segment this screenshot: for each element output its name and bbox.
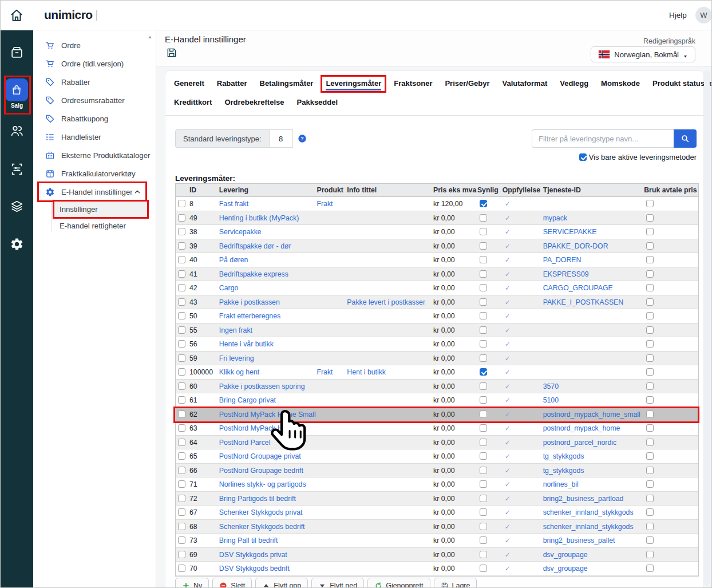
cell-levering-link[interactable]: Bedriftspakke dør - dør — [219, 242, 291, 250]
synlig-checkbox[interactable] — [480, 256, 487, 263]
row-checkbox[interactable] — [178, 200, 185, 207]
cell-tjeneste-id-link[interactable]: postnord_parcel_nordic — [543, 439, 617, 447]
menu-item[interactable]: Ordre (tidl.versjon) — [33, 54, 156, 73]
cell-info-tittel-link[interactable]: Hent i butikk — [347, 368, 386, 376]
search-button[interactable] — [674, 129, 697, 148]
cell-tjeneste-id-link[interactable]: SERVICEPAKKE — [543, 228, 597, 236]
avtale-pris-checkbox[interactable] — [646, 326, 654, 334]
avtale-pris-checkbox[interactable] — [646, 200, 654, 207]
cell-levering-link[interactable]: Hente i vår butikk — [219, 340, 274, 348]
table-row[interactable]: 38Servicepakkekr 0,00✓SERVICEPAKKE — [176, 225, 698, 239]
synlig-checkbox[interactable] — [480, 326, 487, 334]
synlig-checkbox[interactable] — [480, 480, 487, 488]
row-checkbox[interactable] — [178, 495, 185, 502]
cell-levering-link[interactable]: PostNord Groupage privat — [219, 452, 301, 460]
settings-gear-icon[interactable] — [10, 237, 24, 251]
cell-levering-link[interactable]: PostNord MyPack Home — [219, 424, 296, 432]
cell-tjeneste-id-link[interactable]: 3570 — [543, 382, 559, 390]
help-question-icon[interactable] — [298, 134, 307, 143]
cell-tjeneste-id-link[interactable]: 5100 — [543, 396, 559, 404]
cell-levering-link[interactable]: Schenker Stykkgods privat — [219, 508, 303, 516]
row-checkbox[interactable] — [178, 396, 185, 404]
tab[interactable]: Momskode — [601, 79, 640, 90]
tab[interactable]: Generelt — [174, 79, 204, 90]
tab[interactable]: Produkt status tekster — [652, 79, 712, 90]
cell-levering-link[interactable]: Schenker Stykkgods bedrift — [219, 523, 305, 531]
cell-info-tittel-link[interactable]: Pakke levert i postkassen — [347, 298, 425, 306]
synlig-checkbox[interactable] — [480, 298, 487, 306]
cell-produkt-link[interactable]: Frakt — [317, 368, 333, 376]
row-checkbox[interactable] — [178, 298, 185, 306]
cell-levering-link[interactable]: Cargo — [219, 284, 239, 292]
row-checkbox[interactable] — [178, 467, 185, 474]
row-checkbox[interactable] — [178, 242, 185, 250]
avtale-pris-checkbox[interactable] — [646, 242, 654, 250]
row-checkbox[interactable] — [178, 284, 185, 291]
cell-levering-link[interactable]: Pakke i postkassen — [219, 298, 280, 306]
cell-levering-link[interactable]: DSV Stykkgods privat — [219, 551, 287, 559]
avtale-pris-checkbox[interactable] — [646, 536, 654, 544]
cell-tjeneste-id-link[interactable]: mypack — [543, 214, 567, 222]
cell-levering-link[interactable]: Frakt etterberegnes — [219, 312, 280, 320]
row-checkbox[interactable] — [178, 565, 185, 572]
row-checkbox[interactable] — [178, 411, 185, 418]
cell-levering-link[interactable]: Ingen frakt — [219, 326, 252, 334]
menu-item[interactable]: Handlelister — [33, 128, 156, 146]
avtale-pris-checkbox[interactable] — [646, 270, 654, 278]
cell-levering-link[interactable]: Klikk og hent — [219, 368, 259, 376]
row-checkbox[interactable] — [178, 228, 185, 235]
cell-tjeneste-id-link[interactable]: CARGO_GROUPAGE — [543, 284, 613, 292]
tab[interactable]: Valutaformat — [503, 79, 548, 90]
avtale-pris-checkbox[interactable] — [646, 214, 654, 222]
synlig-checkbox[interactable] — [480, 382, 487, 390]
row-checkbox[interactable] — [178, 452, 185, 460]
flytt-ned-button[interactable]: Flytt ned — [311, 578, 364, 588]
tab[interactable]: Rabatter — [217, 79, 247, 90]
layers-icon[interactable] — [10, 199, 24, 214]
table-row[interactable]: 68Schenker Stykkgods bedriftkr 0,00✓sche… — [176, 520, 698, 534]
avtale-pris-checkbox[interactable] — [646, 467, 654, 474]
filter-input[interactable] — [532, 129, 674, 148]
table-row[interactable]: 60Pakke i postkassen sporingkr 0,00✓3570 — [176, 380, 698, 394]
show-active-checkbox[interactable] — [579, 153, 587, 161]
row-checkbox[interactable] — [178, 508, 185, 516]
avtale-pris-checkbox[interactable] — [646, 508, 654, 516]
row-checkbox[interactable] — [178, 354, 185, 362]
table-row[interactable]: 64PostNord Parcelkr 0,00✓postnord_parcel… — [176, 436, 698, 450]
synlig-checkbox[interactable] — [480, 270, 487, 278]
cell-tjeneste-id-link[interactable]: schenker_innland_stykkgods — [543, 523, 634, 531]
slett-button[interactable]: Slett — [212, 578, 252, 588]
cell-levering-link[interactable]: PostNord MyPack Home Small — [219, 411, 316, 419]
row-checkbox[interactable] — [178, 480, 185, 488]
synlig-checkbox[interactable] — [480, 200, 487, 207]
synlig-checkbox[interactable] — [480, 551, 487, 558]
cell-levering-link[interactable]: Fri levering — [219, 354, 254, 362]
row-checkbox[interactable] — [178, 312, 185, 319]
submenu-item[interactable]: E-handel rettigheter — [54, 218, 147, 234]
row-checkbox[interactable] — [178, 424, 185, 432]
avtale-pris-checkbox[interactable] — [646, 452, 654, 460]
table-row[interactable]: 62PostNord MyPack Home Smallkr 0,00✓post… — [176, 408, 698, 422]
cell-tjeneste-id-link[interactable]: bring2_business_pallet — [543, 536, 615, 544]
cell-levering-link[interactable]: PostNord Groupage bedrift — [219, 467, 303, 475]
tab[interactable]: Priser/Gebyr — [445, 79, 489, 90]
avtale-pris-checkbox[interactable] — [646, 396, 654, 404]
synlig-checkbox[interactable] — [480, 565, 487, 572]
row-checkbox[interactable] — [178, 536, 185, 544]
table-row[interactable]: 49Henting i butikk (MyPack)kr 0,00✓mypac… — [176, 211, 698, 226]
cell-levering-link[interactable]: Bring Partigods til bedrift — [219, 495, 296, 503]
synlig-checkbox[interactable] — [480, 368, 487, 376]
submenu-item[interactable]: Innstillinger — [54, 201, 147, 218]
menu-item[interactable]: E-Handel innstillinger — [33, 183, 156, 201]
tab[interactable]: Kredittkort — [174, 98, 212, 109]
menu-item[interactable]: Eksterne Produktkataloger — [33, 146, 156, 164]
row-checkbox[interactable] — [178, 270, 185, 278]
synlig-checkbox[interactable] — [480, 411, 487, 418]
contacts-icon[interactable] — [10, 124, 24, 138]
synlig-checkbox[interactable] — [480, 312, 487, 319]
tab[interactable]: Betalingsmåter — [260, 79, 314, 90]
cell-tjeneste-id-link[interactable]: schenker_innland_stykkgods — [543, 508, 634, 516]
avtale-pris-checkbox[interactable] — [646, 551, 654, 558]
cell-levering-link[interactable]: På døren — [219, 256, 248, 264]
avtale-pris-checkbox[interactable] — [646, 565, 654, 572]
